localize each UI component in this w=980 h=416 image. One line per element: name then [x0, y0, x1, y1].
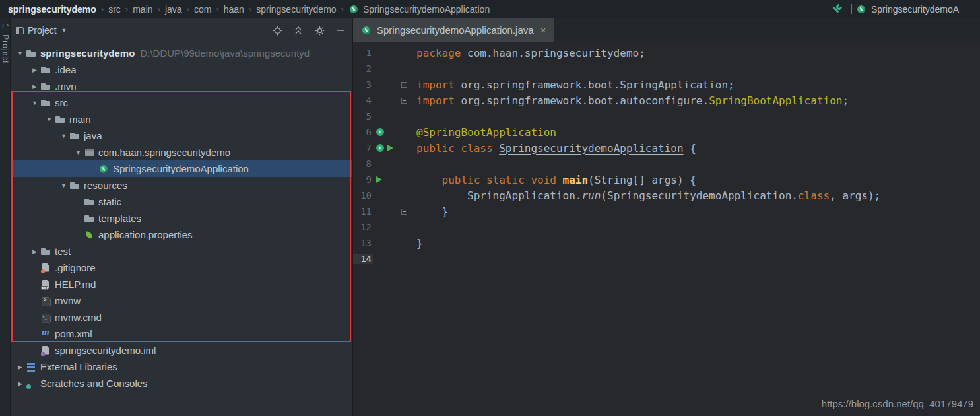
build-wrench-icon[interactable] [831, 3, 843, 15]
tree-item-label: java [84, 130, 102, 141]
tree-item-application-properties[interactable]: application.properties [11, 226, 353, 243]
tree-item-springsecuritydemo-iml[interactable]: springsecuritydemo.iml [11, 342, 353, 359]
gutter: 8 [353, 156, 412, 172]
chevron-down-icon[interactable]: ▼ [61, 27, 67, 34]
file-iml-icon [40, 345, 51, 356]
breadcrumb-item-haan[interactable]: haan [224, 4, 244, 15]
tree-item-gitignore[interactable]: .gitignore [11, 260, 353, 276]
line-number: 3 [353, 79, 373, 90]
libs-icon [26, 362, 37, 372]
code-line-4: 4import org.springframework.boot.autocon… [353, 92, 980, 108]
navigation-bar: springsecuritydemo›src›main›java›com›haa… [0, 0, 980, 18]
spring-boot-icon [856, 4, 867, 15]
code-line-1: 1package com.haan.springsecuritydemo; [353, 45, 980, 61]
tree-item-label: SpringsecuritydemoApplication [113, 163, 249, 174]
fold-marker-icon[interactable] [401, 98, 407, 104]
tree-collapse-arrow[interactable]: ▼ [15, 50, 26, 57]
folder-icon [40, 246, 51, 257]
breadcrumb-label: springsecuritydemo [256, 4, 336, 15]
tree-item-main[interactable]: ▼main [11, 111, 353, 127]
gutter: 14 [353, 251, 412, 267]
tree-collapse-arrow[interactable]: ▼ [73, 149, 84, 156]
code-text: public class SpringsecuritydemoApplicati… [412, 142, 696, 155]
tree-item-static[interactable]: static [11, 193, 353, 210]
tree-item-java[interactable]: ▼java [11, 127, 353, 144]
fold-marker-icon[interactable] [401, 209, 407, 215]
code-line-11: 11 } [353, 203, 980, 219]
breadcrumb-item-com[interactable]: com [194, 4, 211, 15]
tree-expand-arrow[interactable]: ▶ [29, 83, 40, 90]
file-cmd-icon [40, 312, 51, 323]
tree-item-label: templates [98, 213, 141, 224]
tree-expand-arrow[interactable]: ▶ [15, 380, 26, 387]
project-panel-header: Project ▼ [11, 18, 352, 42]
tree-item-src[interactable]: ▼src [11, 94, 353, 111]
code-line-5: 5 [353, 108, 980, 124]
gutter: 11 [353, 203, 412, 219]
tree-item-external-libraries[interactable]: ▶External Libraries [11, 359, 353, 375]
breadcrumb-separator: › [249, 4, 251, 14]
tree-item-test[interactable]: ▶test [11, 243, 353, 260]
project-panel-title[interactable]: Project [28, 25, 57, 36]
tree-expand-arrow[interactable]: ▶ [29, 67, 40, 73]
spring-icon [98, 164, 110, 174]
spring-bean-gutter-icon[interactable] [376, 144, 384, 152]
code-line-3: 3import org.springframework.boot.SpringA… [353, 77, 980, 92]
run-gutter-icon[interactable] [376, 176, 382, 183]
editor-tab-bar: SpringsecuritydemoApplication.java × [353, 18, 980, 42]
gutter: 9 [353, 172, 412, 188]
tree-item-scratches-and-consoles[interactable]: ▶Scratches and Consoles [11, 375, 353, 392]
hide-panel-button[interactable] [335, 25, 346, 36]
run-gutter-icon[interactable] [387, 145, 393, 151]
tree-item-mvnw-cmd[interactable]: mvnw.cmd [11, 309, 353, 326]
locate-file-button[interactable] [272, 25, 282, 36]
tree-item-springsecuritydemoapplication[interactable]: SpringsecuritydemoApplication [11, 160, 353, 177]
tree-expand-arrow[interactable]: ▶ [15, 364, 26, 370]
breadcrumb-item-springsecuritydemoapplication[interactable]: SpringsecuritydemoApplication [348, 4, 490, 15]
breadcrumb-separator: › [125, 4, 128, 14]
tree-item-templates[interactable]: templates [11, 210, 353, 226]
breadcrumb-item-springsecuritydemo[interactable]: springsecuritydemo [256, 4, 336, 15]
fold-marker-icon[interactable] [401, 82, 407, 88]
tab-close-button[interactable]: × [540, 24, 546, 36]
tree-collapse-arrow[interactable]: ▼ [58, 133, 69, 139]
tree-collapse-arrow[interactable]: ▼ [29, 100, 40, 106]
line-number: 7 [353, 143, 373, 153]
tree-collapse-arrow[interactable]: ▼ [58, 182, 69, 189]
breadcrumb-label: java [165, 4, 182, 15]
line-number: 10 [353, 190, 373, 201]
file-git-icon [40, 263, 51, 273]
breadcrumb-item-springsecuritydemo[interactable]: springsecuritydemo [8, 4, 96, 15]
tree-item-springsecuritydemo[interactable]: ▼springsecuritydemoD:\DDUP\99demo\java\s… [11, 45, 353, 61]
run-configuration-label: SpringsecuritydemoA [871, 4, 959, 15]
code-line-2: 2 [353, 61, 980, 77]
tree-item-idea[interactable]: ▶.idea [11, 61, 353, 78]
spring-bean-gutter-icon[interactable] [376, 128, 384, 136]
gutter: 4 [353, 92, 412, 108]
editor-tab-springsecuritydemoapplication[interactable]: SpringsecuritydemoApplication.java × [353, 18, 554, 42]
collapse-all-button[interactable] [293, 25, 304, 36]
tree-item-mvn[interactable]: ▶.mvn [11, 78, 353, 94]
tree-item-mvnw[interactable]: mvnw [11, 293, 353, 309]
gutter: 3 [353, 77, 412, 92]
tree-item-com-haan-springsecuritydemo[interactable]: ▼com.haan.springsecuritydemo [11, 144, 353, 160]
tree-item-help-md[interactable]: HELP.md [11, 276, 353, 293]
project-tool-window-button[interactable]: 1: Project [1, 24, 10, 64]
tree-item-path: D:\DDUP\99demo\java\springsecurityd [140, 48, 310, 59]
settings-gear-icon[interactable] [314, 25, 325, 36]
left-tool-strip: 1: Project [0, 18, 11, 416]
code-line-9: 9 public static void main(String[] args)… [353, 172, 980, 188]
tree-collapse-arrow[interactable]: ▼ [44, 116, 55, 123]
code-line-10: 10 SpringApplication.run(Springsecurityd… [353, 188, 980, 203]
code-area[interactable]: 1package com.haan.springsecuritydemo;23i… [353, 45, 980, 416]
breadcrumb-item-java[interactable]: java [165, 4, 182, 15]
breadcrumb-separator: › [101, 4, 104, 14]
breadcrumb-item-main[interactable]: main [133, 4, 152, 15]
tree-item-pom-xml[interactable]: pom.xml [11, 326, 353, 342]
scratch-icon [26, 378, 37, 389]
tree-expand-arrow[interactable]: ▶ [29, 248, 40, 255]
run-configuration-selector[interactable]: SpringsecuritydemoA [851, 4, 980, 15]
gutter: 2 [353, 61, 412, 77]
tree-item-resources[interactable]: ▼resources [11, 177, 353, 193]
breadcrumb-item-src[interactable]: src [108, 4, 121, 15]
